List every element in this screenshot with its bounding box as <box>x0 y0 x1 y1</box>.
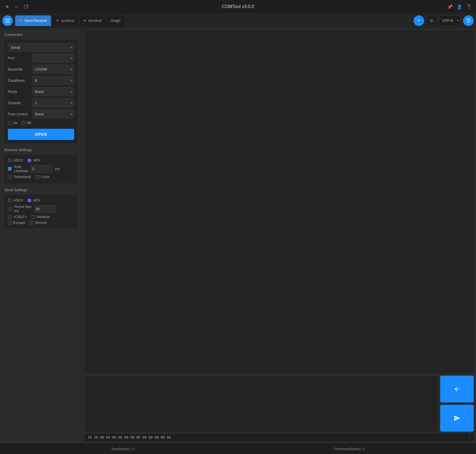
rts-dtr-row: rts dtr <box>8 121 74 125</box>
timed-send-row: Timed Senms <box>8 205 74 213</box>
connection-type-wrapper: Serial TCP Client TCP Server UDP ▾ <box>8 43 74 52</box>
send-settings-panel: ASCII HEX Timed Senms <CRLF> <box>4 195 78 228</box>
send-ascii-option[interactable]: ASCII <box>8 198 23 202</box>
user-icon[interactable]: 👤 <box>457 4 462 9</box>
tab-graph[interactable]: Gragh <box>106 15 124 26</box>
received-value: 0 <box>363 447 365 451</box>
timed-send-checkbox[interactable] <box>8 207 12 211</box>
hamburger-icon <box>5 19 10 23</box>
tab-protocol-close[interactable]: ✕ <box>56 19 59 22</box>
flow-control-control: None RTS/CTS XON/XOFF ▾ <box>32 109 74 118</box>
tab-terminal-close[interactable]: ✕ <box>83 19 86 22</box>
baudrate-row: Baudrate 115200 9600 57600 230400 ▾ <box>8 65 74 74</box>
status-bar: Sent(bytes): 0 Received(bytes): 0 <box>0 443 476 454</box>
receive-ascii-label: ASCII <box>13 158 23 162</box>
timestamp-checkbox-item[interactable]: Timestamp <box>8 175 31 179</box>
timed-send-value-input[interactable] <box>34 205 56 213</box>
newline-checkbox-item[interactable]: Newline <box>31 215 50 219</box>
receive-hex-option[interactable]: HEX <box>27 158 41 162</box>
rts-label: rts <box>13 121 17 125</box>
flow-control-label: Flow control <box>8 112 32 116</box>
color-checkbox-item[interactable]: Color <box>36 175 50 179</box>
tabbar: ✕ Send Receive ✕ protocol ✕ terminal Gra… <box>0 13 476 28</box>
send-format-row: ASCII HEX <box>8 198 74 202</box>
databytes-label: DataBytes <box>8 78 32 83</box>
settings-menu-button[interactable]: ☰ <box>463 15 474 26</box>
add-tab-button[interactable]: + <box>414 15 424 26</box>
minimize-button[interactable]: ─ <box>14 4 19 9</box>
dtr-checkbox-item[interactable]: dtr <box>22 121 31 125</box>
stopbits-control: 1 1.5 2 ▾ <box>32 98 74 107</box>
maximize-button[interactable]: ❐ <box>24 4 29 9</box>
receive-clear-button[interactable] <box>440 376 474 402</box>
received-label: Received(bytes): <box>334 447 362 451</box>
tab-terminal-label: terminal <box>88 18 101 23</box>
dtr-checkbox[interactable] <box>22 121 25 125</box>
tab-protocol[interactable]: ✕ protocol <box>52 15 78 26</box>
send-ascii-radio[interactable] <box>8 198 12 202</box>
parity-select[interactable]: None Odd Even <box>32 87 74 96</box>
sidebar: Connection Serial TCP Client TCP Server … <box>0 28 82 443</box>
crlf-checkbox[interactable] <box>8 215 12 219</box>
tab-send-receive-close[interactable]: ✕ <box>19 19 22 22</box>
receive-format-row: ASCII HEX <box>8 158 74 162</box>
receive-settings-title: Receive Settings <box>4 148 78 152</box>
connection-panel: Serial TCP Client TCP Server UDP ▾ Port … <box>4 39 78 143</box>
newline-checkbox[interactable] <box>31 215 35 219</box>
record-checkbox[interactable] <box>30 221 34 225</box>
menu-button[interactable] <box>2 15 13 26</box>
record-label: Record <box>35 221 47 225</box>
linefeed-row: AutoLinefeed ms <box>8 165 74 173</box>
escape-checkbox[interactable] <box>8 221 12 225</box>
send-hex-option[interactable]: HEX <box>27 198 41 202</box>
open-button[interactable]: OPEN <box>8 129 74 140</box>
send-textarea[interactable] <box>85 376 438 432</box>
send-hex-radio[interactable] <box>27 198 31 202</box>
flow-control-row: Flow control None RTS/CTS XON/XOFF ▾ <box>8 109 74 118</box>
receive-options-row: Timestamp Color <box>8 175 74 179</box>
databytes-select[interactable]: 8 7 6 5 <box>32 76 74 85</box>
tab-graph-label: Gragh <box>110 18 120 23</box>
linefeed-checkbox[interactable] <box>8 167 12 171</box>
timestamp-checkbox[interactable] <box>8 175 12 179</box>
port-select[interactable] <box>32 53 74 62</box>
receive-hex-label: HEX <box>33 158 41 162</box>
stopbits-select[interactable]: 1 1.5 2 <box>32 98 74 107</box>
linefeed-value-input[interactable] <box>30 165 53 173</box>
help-icon[interactable]: ❓ <box>466 4 472 9</box>
send-ascii-label: ASCII <box>13 198 23 202</box>
receive-ascii-option[interactable]: ASCII <box>8 158 23 162</box>
rts-checkbox[interactable] <box>8 121 12 125</box>
receive-ascii-radio[interactable] <box>8 158 12 162</box>
newline-label: Newline <box>37 215 50 219</box>
copy-button[interactable]: ⎘ <box>426 15 437 26</box>
tab-send-receive-label: Send Receive <box>24 18 47 23</box>
content-area: FE 2D 00 04 00 00 00 80 BF 00 00 00 00 D… <box>82 28 476 443</box>
rts-checkbox-item[interactable]: rts <box>8 121 17 125</box>
escape-checkbox-item[interactable]: Escape <box>8 221 25 225</box>
encoding-select[interactable]: UTF-8 ASCII GBK <box>439 15 461 26</box>
flow-control-select[interactable]: None RTS/CTS XON/XOFF <box>32 109 74 118</box>
hex-chevron-icon: ▾ <box>469 436 470 439</box>
baudrate-select[interactable]: 115200 9600 57600 230400 <box>32 65 74 74</box>
tabbar-right: + ⎘ UTF-8 ASCII GBK ▾ ☰ <box>414 15 474 26</box>
send-options-row1: <CRLF> Newline <box>8 215 74 219</box>
baudrate-control: 115200 9600 57600 230400 ▾ <box>32 65 74 74</box>
tab-protocol-label: protocol <box>61 18 74 23</box>
clear-receive-icon <box>454 386 460 392</box>
connection-type-select[interactable]: Serial TCP Client TCP Server UDP <box>8 43 74 52</box>
dtr-label: dtr <box>27 121 31 125</box>
tab-send-receive[interactable]: ✕ Send Receive <box>15 15 51 26</box>
close-button[interactable]: ✕ <box>4 4 10 9</box>
crlf-checkbox-item[interactable]: <CRLF> <box>8 215 27 219</box>
sent-status: Sent(bytes): 0 <box>111 447 134 451</box>
titlebar-left: ✕ ─ ❐ <box>4 4 29 9</box>
pin-icon[interactable]: 📌 <box>447 4 452 9</box>
receive-area <box>85 30 474 373</box>
send-button[interactable] <box>440 405 474 432</box>
color-checkbox[interactable] <box>36 175 39 179</box>
receive-hex-radio[interactable] <box>27 158 31 162</box>
tab-terminal[interactable]: ✕ terminal <box>79 15 105 26</box>
record-checkbox-item[interactable]: Record <box>30 221 47 225</box>
main: Connection Serial TCP Client TCP Server … <box>0 28 476 443</box>
